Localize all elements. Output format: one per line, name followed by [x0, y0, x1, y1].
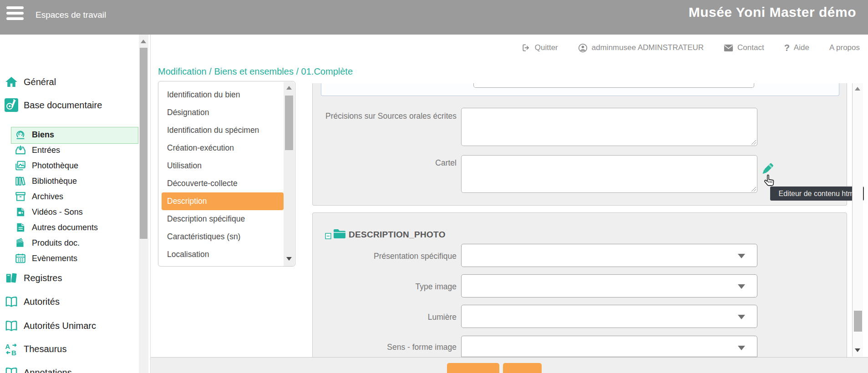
collapse-minus-icon[interactable] [325, 233, 331, 239]
partial-input-bottom[interactable] [473, 83, 754, 88]
user-menu[interactable]: adminmusee ADMINSTRATEUR [578, 43, 704, 53]
scroll-up-icon[interactable] [141, 40, 146, 43]
sidebar-item-annotations[interactable]: Annotations [5, 366, 72, 373]
open-book-icon [5, 295, 18, 308]
main-scrollbar[interactable] [852, 83, 863, 357]
main-scrollbar-thumb[interactable] [854, 311, 862, 332]
scroll-up-icon[interactable] [855, 87, 860, 91]
sidebar-item-label: Bibliothèque [32, 176, 77, 186]
resize-grip-icon[interactable] [751, 186, 756, 192]
sidebar-item-archives[interactable]: Archives [15, 191, 63, 202]
quit-label: Quitter [535, 43, 558, 52]
sidebar-item-bibliotheque[interactable]: Bibliothèque [15, 175, 77, 187]
help-button[interactable]: ? Aide [784, 43, 809, 53]
help-label: Aide [794, 43, 809, 52]
sidebar-item-label: Archives [32, 192, 63, 202]
about-label: A propos [829, 43, 860, 52]
html-editor-pencil-icon[interactable] [759, 162, 775, 178]
chevron-down-icon [738, 254, 745, 258]
nav-item-description-active[interactable]: Description [162, 192, 284, 210]
sidebar-item-label: Autorités [24, 297, 60, 307]
chevron-down-icon [738, 315, 745, 319]
scroll-down-icon[interactable] [855, 348, 860, 352]
sidebar-item-label: Biens [32, 130, 54, 140]
resize-grip-icon[interactable] [751, 139, 756, 145]
type-image-dropdown[interactable] [461, 274, 757, 297]
document-icon [15, 222, 26, 233]
sidebar-item-label: Autorités Unimarc [24, 321, 96, 331]
sidebar-item-label: Général [24, 77, 56, 87]
svg-text:A: A [5, 343, 10, 350]
sidebar-scrollbar[interactable] [139, 35, 148, 373]
sidebar-item-autres-documents[interactable]: Autres documents [15, 222, 98, 233]
nav-item-localisation[interactable]: Localisation [162, 246, 284, 263]
user-icon [578, 43, 588, 53]
field-label-precisions-sources: Précisions sur Sources orales écrites [325, 110, 457, 122]
section-nav-scrollbar[interactable] [284, 82, 294, 266]
calendar-icon [15, 252, 26, 264]
section-nav-panel: Identification du bien Désignation Ident… [158, 81, 295, 267]
folder-icon [332, 227, 347, 240]
nav-item-utilisation[interactable]: Utilisation [162, 157, 284, 175]
sidebar-item-videos-sons[interactable]: Vidéos - Sons [15, 206, 83, 218]
sens-forme-image-dropdown[interactable] [461, 336, 757, 357]
sidebar-item-registres[interactable]: Registres [5, 271, 62, 285]
sidebar-item-autorites[interactable]: Autorités [5, 295, 60, 308]
nav-item-designation[interactable]: Désignation [162, 104, 284, 121]
translate-icon: AB [5, 342, 18, 356]
precisions-sources-textarea[interactable] [461, 108, 757, 146]
cancel-button[interactable] [503, 363, 542, 373]
workspace-label[interactable]: Espaces de travail [36, 10, 106, 20]
library-icon [15, 175, 26, 187]
application-window: Espaces de travail Musée Yoni Master dém… [0, 0, 868, 373]
sidebar-item-evenements[interactable]: Evènements [15, 252, 77, 264]
save-button[interactable] [447, 363, 499, 373]
sidebar-item-label: Evènements [32, 254, 77, 263]
sidebar-item-entrees[interactable]: Entrées [15, 144, 60, 156]
sidebar-item-label: Annotations [24, 368, 72, 373]
presentation-specifique-dropdown[interactable] [461, 244, 757, 267]
contact-button[interactable]: Contact [724, 43, 764, 52]
database-icon [5, 98, 18, 112]
lumiere-dropdown[interactable] [461, 305, 757, 328]
breadcrumb[interactable]: Modification / Biens et ensembles / 01.C… [158, 66, 353, 77]
sidebar-item-phototheque[interactable]: Photothèque [15, 160, 78, 171]
sidebar-item-label: Autres documents [32, 223, 98, 232]
fossil-icon [15, 129, 26, 141]
user-label: adminmusee ADMINSTRATEUR [592, 43, 704, 52]
nav-item-identification-du-specimen[interactable]: Identification du spécimen [162, 121, 284, 139]
nav-item-caracteristiques-sn[interactable]: Caractéristiques (sn) [162, 228, 284, 246]
nav-item-description-specifique[interactable]: Description spécifique [162, 210, 284, 228]
scroll-up-icon[interactable] [286, 86, 292, 90]
field-label-lumiere: Lumière [325, 311, 457, 323]
sidebar: Général Base documentaire Biens Entrées … [0, 35, 138, 373]
cartel-textarea[interactable] [461, 155, 757, 193]
nav-item-decouverte-collecte[interactable]: Découverte-collecte [162, 175, 284, 192]
about-button[interactable]: A propos [829, 43, 860, 52]
nav-item-creation-execution[interactable]: Création-exécution [162, 139, 284, 157]
sidebar-item-label: Vidéos - Sons [32, 207, 83, 217]
html-editor-tooltip: Editeur de contenu html [770, 186, 864, 201]
field-label-sens-forme-image: Sens - forme image [325, 341, 457, 353]
home-icon [5, 76, 18, 88]
inbox-icon [15, 144, 26, 156]
logout-icon [522, 43, 531, 52]
sidebar-item-general[interactable]: Général [5, 76, 56, 88]
sidebar-scrollbar-thumb[interactable] [140, 48, 147, 239]
question-mark-icon: ? [784, 43, 790, 53]
scroll-down-icon[interactable] [286, 257, 292, 261]
sidebar-item-biens[interactable]: Biens [15, 129, 54, 141]
quit-button[interactable]: Quitter [522, 43, 558, 52]
section-nav-scrollbar-thumb[interactable] [285, 96, 293, 150]
sidebar-item-label: Produits doc. [32, 238, 80, 248]
hamburger-menu-icon[interactable] [6, 6, 24, 21]
sidebar-item-autorites-unimarc[interactable]: Autorités Unimarc [5, 319, 96, 333]
nav-item-identification-du-bien[interactable]: Identification du bien [162, 86, 284, 104]
field-label-cartel: Cartel [325, 157, 457, 169]
sidebar-item-produits-doc[interactable]: Produits doc. [15, 237, 80, 249]
open-book-icon [5, 366, 18, 373]
sidebar-item-base-documentaire[interactable]: Base documentaire [5, 98, 102, 112]
sidebar-divider [150, 35, 151, 373]
field-label-type-image: Type image [325, 281, 457, 293]
sidebar-item-thesaurus[interactable]: AB Thesaurus [5, 342, 67, 356]
